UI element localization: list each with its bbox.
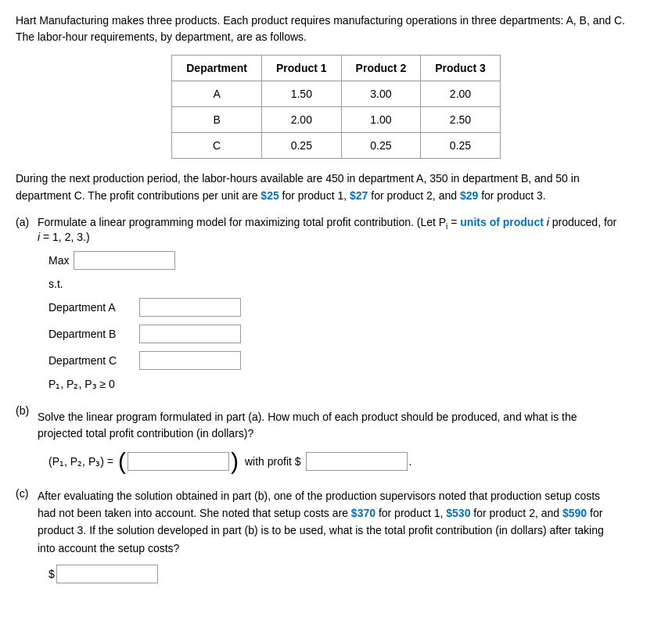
dept-b-input[interactable] bbox=[139, 325, 241, 343]
part-c-content: After evaluating the solution obtained i… bbox=[38, 487, 604, 558]
setup-p1: $370 bbox=[351, 507, 376, 519]
dept-a-input[interactable] bbox=[139, 298, 241, 317]
st-label: s.t. bbox=[49, 278, 656, 290]
table-cell: A bbox=[172, 81, 262, 107]
col-header-product2: Product 2 bbox=[341, 56, 421, 81]
profit-p2: $27 bbox=[350, 189, 368, 202]
dept-b-label: Department B bbox=[49, 328, 135, 340]
part-c-text3: for product 1, bbox=[376, 507, 446, 519]
part-b-header: (b) Solve the linear program formulated … bbox=[16, 404, 656, 442]
dept-a-row: Department A bbox=[49, 298, 656, 317]
table-cell: 0.25 bbox=[341, 133, 421, 159]
table-cell: 2.00 bbox=[262, 107, 342, 133]
period-dot: . bbox=[409, 455, 412, 468]
setup-p3: $590 bbox=[562, 507, 587, 519]
max-label: Max bbox=[49, 254, 69, 267]
period-text5: for product 3. bbox=[478, 189, 545, 202]
part-a-text: Formulate a linear programming model for… bbox=[38, 216, 616, 228]
solution-input[interactable] bbox=[128, 452, 229, 471]
part-b-section: (b) Solve the linear program formulated … bbox=[16, 404, 656, 473]
part-c-letter: (c) bbox=[16, 487, 33, 500]
period-text: During the next production period, the l… bbox=[16, 170, 656, 205]
part-c-text5: for bbox=[590, 507, 602, 519]
solution-row: (P₁, P₂, P₃) = ( ) with profit $ . bbox=[49, 450, 656, 473]
part-c-text6: product 3. If the solution developed in … bbox=[38, 524, 604, 536]
table-cell: 0.25 bbox=[421, 133, 501, 159]
max-row: Max bbox=[16, 251, 656, 270]
part-a-line2: i = 1, 2, 3.) bbox=[38, 231, 90, 243]
table-cell: 1.50 bbox=[262, 81, 342, 107]
labor-hours-table: Department Product 1 Product 2 Product 3… bbox=[171, 55, 501, 159]
profit-p1: $25 bbox=[261, 189, 279, 202]
dept-a-label: Department A bbox=[49, 301, 135, 314]
max-input[interactable] bbox=[74, 251, 175, 270]
part-b-text2: projected total profit contribution (in … bbox=[38, 427, 253, 439]
total-profit-input[interactable] bbox=[56, 565, 158, 583]
table-cell: 0.25 bbox=[262, 133, 342, 159]
intro-line2: The labor-hour requirements, by departme… bbox=[16, 30, 307, 43]
dollar-input-row: $ bbox=[49, 565, 656, 583]
with-profit-label: with profit $ bbox=[245, 455, 301, 468]
dept-c-label: Department C bbox=[49, 354, 135, 367]
profit-input[interactable] bbox=[306, 452, 408, 471]
dept-b-row: Department B bbox=[49, 325, 656, 343]
part-b-letter: (b) bbox=[16, 404, 33, 417]
part-a-letter: (a) bbox=[16, 216, 33, 228]
intro-text: Hart Manufacturing makes three products.… bbox=[16, 13, 656, 45]
table-cell: 2.00 bbox=[421, 81, 501, 107]
part-a-section: (a) Formulate a linear programming model… bbox=[16, 216, 656, 390]
setup-p2: $530 bbox=[446, 507, 470, 519]
part-c-header: (c) After evaluating the solution obtain… bbox=[16, 487, 656, 558]
period-line2: department C. The profit contributions p… bbox=[16, 189, 261, 202]
col-header-department: Department bbox=[172, 56, 262, 81]
nonneg-row: P₁, P₂, P₃ ≥ 0 bbox=[49, 378, 656, 390]
part-a-header: (a) Formulate a linear programming model… bbox=[16, 216, 656, 243]
dept-c-row: Department C bbox=[49, 351, 656, 370]
part-c-text1: After evaluating the solution obtained i… bbox=[38, 490, 600, 502]
part-a-content: Formulate a linear programming model for… bbox=[38, 216, 656, 243]
col-header-product3: Product 3 bbox=[421, 56, 501, 81]
col-header-product1: Product 1 bbox=[262, 56, 342, 81]
dept-c-input[interactable] bbox=[139, 351, 241, 370]
table-container: Department Product 1 Product 2 Product 3… bbox=[16, 55, 656, 159]
table-cell: 3.00 bbox=[341, 81, 421, 107]
profit-p3: $29 bbox=[460, 189, 478, 202]
nonneg-label: P₁, P₂, P₃ ≥ 0 bbox=[49, 378, 115, 390]
part-c-section: (c) After evaluating the solution obtain… bbox=[16, 487, 656, 584]
close-paren: ) bbox=[231, 450, 239, 473]
table-cell: C bbox=[172, 133, 262, 159]
table-cell: B bbox=[172, 107, 262, 133]
dollar-sign: $ bbox=[49, 568, 55, 580]
period-line1: During the next production period, the l… bbox=[16, 172, 580, 185]
part-b-content: Solve the linear program formulated in p… bbox=[38, 409, 577, 442]
part-b-text: Solve the linear program formulated in p… bbox=[38, 411, 577, 423]
period-text3: for product 1, bbox=[279, 189, 350, 202]
table-cell: 2.50 bbox=[421, 107, 501, 133]
solution-label: (P₁, P₂, P₃) = bbox=[49, 455, 113, 468]
part-c-text7: into account the setup costs? bbox=[38, 542, 179, 554]
intro-line1: Hart Manufacturing makes three products.… bbox=[16, 14, 625, 27]
open-paren: ( bbox=[118, 450, 126, 473]
st-text: s.t. bbox=[49, 278, 63, 290]
table-cell: 1.00 bbox=[341, 107, 421, 133]
part-c-text4: for product 2, and bbox=[470, 507, 562, 519]
part-c-text2: had not been taken into account. She not… bbox=[38, 507, 351, 519]
period-text4: for product 2, and bbox=[368, 189, 460, 202]
